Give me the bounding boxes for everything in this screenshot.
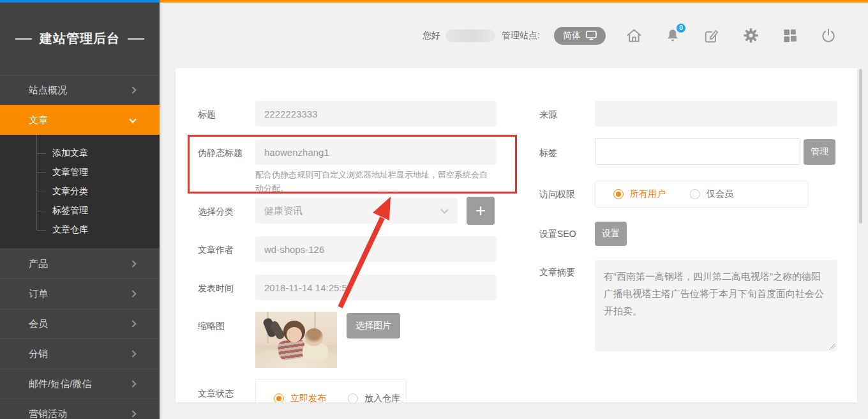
article-edit-panel: 标题 伪静态标题 配合伪静态规则可自定义浏览器地址栏显示地址，留空系统会自动分配… <box>176 68 857 402</box>
chevron-right-icon <box>129 320 136 327</box>
radio-unselected-icon <box>690 189 700 199</box>
title-input[interactable] <box>255 101 497 126</box>
header-icon-group: 0 <box>625 27 837 45</box>
sidebar-item-products[interactable]: 产品 <box>0 248 160 278</box>
scrollbar-thumb[interactable] <box>859 69 862 224</box>
submenu-item-add-article[interactable]: 添加文章 <box>0 144 160 163</box>
gear-icon <box>742 27 760 44</box>
submenu-item-article-warehouse[interactable]: 文章仓库 <box>0 220 160 240</box>
category-select[interactable]: 健康资讯 <box>255 198 458 224</box>
title-label: 标题 <box>198 109 216 121</box>
sidebar-item-label: 营销活动 <box>29 408 67 419</box>
publish-time-input[interactable] <box>255 275 497 300</box>
resize-handle-icon[interactable] <box>829 343 835 349</box>
author-label: 文章作者 <box>198 245 234 256</box>
topbar-accent-blue <box>0 0 160 3</box>
sidebar-item-label: 文章 <box>29 114 48 126</box>
sidebar-item-site-overview[interactable]: 站点概况 <box>0 75 160 105</box>
sidebar-item-mail-sms-wechat[interactable]: 邮件/短信/微信 <box>0 369 160 399</box>
article-status-label: 文章状态 <box>198 388 234 400</box>
author-input[interactable] <box>255 236 497 262</box>
seo-settings-button[interactable]: 设置 <box>595 222 627 246</box>
sidebar-item-label: 会员 <box>29 318 48 330</box>
app-title: 建站管理后台 <box>40 30 120 47</box>
chevron-right-icon <box>129 410 136 417</box>
radio-unselected-icon <box>348 393 358 402</box>
sidebar-item-members[interactable]: 会员 <box>0 309 160 339</box>
app-logo: 建站管理后台 <box>0 3 160 75</box>
radio-to-warehouse[interactable]: 放入仓库 <box>348 393 400 402</box>
source-input[interactable] <box>595 101 837 126</box>
submenu-item-label: 添加文章 <box>52 148 88 159</box>
home-button[interactable] <box>625 27 643 45</box>
topbar-accent-orange <box>160 0 868 3</box>
logo-dash-left <box>15 38 32 40</box>
sidebar-item-label: 产品 <box>29 258 48 270</box>
publish-time-label: 发表时间 <box>198 283 234 294</box>
home-icon <box>625 27 643 44</box>
sidebar-item-label: 分销 <box>29 348 48 360</box>
sidebar-item-distribution[interactable]: 分销 <box>0 339 160 369</box>
edit-button[interactable] <box>703 27 721 45</box>
radio-selected-icon <box>613 189 624 199</box>
source-label: 来源 <box>539 109 557 121</box>
article-status-group: 立即发布 放入仓库 <box>255 379 407 402</box>
articles-submenu: 添加文章 文章管理 文章分类 标签管理 文章仓库 <box>0 135 160 248</box>
grid-icon <box>782 27 798 43</box>
sidebar-item-marketing[interactable]: 营销活动 <box>0 399 160 419</box>
edit-icon <box>703 27 720 44</box>
logout-button[interactable] <box>819 27 837 45</box>
slug-input[interactable] <box>255 139 497 165</box>
sidebar-item-label: 站点概况 <box>29 84 67 96</box>
logo-dash-right <box>128 38 144 40</box>
top-header: 您好 管理站点: 简体 0 <box>160 3 868 68</box>
submenu-item-article-manage[interactable]: 文章管理 <box>0 163 160 182</box>
submenu-item-label: 标签管理 <box>52 205 88 217</box>
radio-label: 立即发布 <box>290 393 326 402</box>
chevron-right-icon <box>129 260 136 267</box>
manage-site-label: 管理站点: <box>502 30 540 42</box>
sidebar: 建站管理后台 站点概况 文章 添加文章 文章管理 文章分类 标签管理 文章仓库 … <box>0 3 160 419</box>
choose-image-button[interactable]: 选择图片 <box>347 313 400 339</box>
manage-tags-button[interactable]: 管理 <box>804 139 835 165</box>
apps-button[interactable] <box>781 27 798 45</box>
submenu-item-label: 文章分类 <box>52 186 88 197</box>
tags-label: 标签 <box>539 148 557 159</box>
site-language-button[interactable]: 简体 <box>554 27 606 45</box>
notification-badge: 0 <box>676 23 686 33</box>
greeting-text: 您好 <box>423 30 440 42</box>
submenu-item-tag-manage[interactable]: 标签管理 <box>0 201 160 220</box>
access-group: 所有用户 仅会员 <box>595 181 809 208</box>
radio-members-only[interactable]: 仅会员 <box>690 188 733 200</box>
sidebar-item-articles[interactable]: 文章 <box>0 105 160 135</box>
chevron-right-icon <box>129 350 136 357</box>
tags-input[interactable] <box>595 138 800 165</box>
notifications-button[interactable]: 0 <box>664 27 682 45</box>
sidebar-item-label: 订单 <box>29 288 48 300</box>
radio-label: 仅会员 <box>707 188 733 200</box>
summary-label: 文章摘要 <box>539 267 575 278</box>
thumbnail-label: 缩略图 <box>198 321 225 332</box>
radio-all-users[interactable]: 所有用户 <box>613 188 666 200</box>
chevron-right-icon <box>129 380 136 387</box>
slug-hint: 配合伪静态规则可自定义浏览器地址栏显示地址，留空系统会自动分配。 <box>255 169 493 195</box>
slug-label: 伪静态标题 <box>198 148 243 159</box>
add-category-button[interactable]: + <box>467 197 495 225</box>
radio-label: 放入仓库 <box>364 393 400 402</box>
seo-label: 设置SEO <box>539 229 576 240</box>
radio-selected-icon <box>274 393 284 402</box>
chevron-right-icon <box>129 290 136 297</box>
submenu-item-article-category[interactable]: 文章分类 <box>0 182 160 201</box>
chevron-down-icon <box>129 116 136 123</box>
settings-button[interactable] <box>742 27 760 45</box>
radio-label: 所有用户 <box>630 188 666 200</box>
sidebar-item-label: 邮件/短信/微信 <box>29 378 91 390</box>
radio-publish-now[interactable]: 立即发布 <box>274 393 326 402</box>
summary-textarea[interactable]: 有“西南第一高钢塔，四川第二高电视塔”之称的德阳广播电视塔主塔广告位将于本月下旬… <box>595 260 837 351</box>
category-label: 选择分类 <box>198 206 234 218</box>
monitor-icon <box>586 31 597 40</box>
category-value: 健康资讯 <box>264 205 303 217</box>
access-label: 访问权限 <box>539 189 575 201</box>
lang-label: 简体 <box>563 30 581 42</box>
sidebar-item-orders[interactable]: 订单 <box>0 278 160 309</box>
